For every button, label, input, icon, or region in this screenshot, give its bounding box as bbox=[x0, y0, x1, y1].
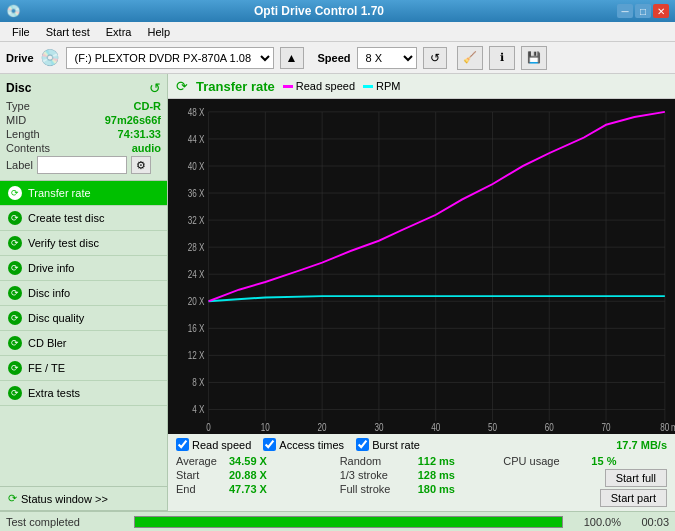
stats-col-1: Average 34.59 X Start 20.88 X End 47.73 … bbox=[176, 455, 340, 507]
status-window-icon: ⟳ bbox=[8, 492, 17, 505]
stat-start-label: Start bbox=[176, 469, 221, 481]
svg-text:48 X: 48 X bbox=[188, 107, 205, 118]
speed-refresh-button[interactable]: ↺ bbox=[423, 47, 447, 69]
title-controls: ─ □ ✕ bbox=[617, 4, 669, 18]
info-button[interactable]: ℹ bbox=[489, 46, 515, 70]
svg-text:28 X: 28 X bbox=[188, 242, 205, 253]
eject-button[interactable]: ▲ bbox=[280, 47, 304, 69]
stat-cpu-label: CPU usage bbox=[503, 455, 583, 467]
start-part-button[interactable]: Start part bbox=[600, 489, 667, 507]
sidebar-item-disc-info[interactable]: ⟳Disc info bbox=[0, 281, 167, 306]
access-times-checkbox[interactable] bbox=[263, 438, 276, 451]
chart-svg: 48 X 44 X 40 X 36 X 32 X 28 X 24 X 20 X … bbox=[168, 99, 675, 434]
title-bar-left: 💿 bbox=[6, 4, 21, 18]
erase-button[interactable]: 🧹 bbox=[457, 46, 483, 70]
disc-panel: Disc ↺ Type CD-R MID 97m26s66f Length 74… bbox=[0, 74, 167, 181]
minimize-button[interactable]: ─ bbox=[617, 4, 633, 18]
svg-text:80: 80 bbox=[660, 423, 669, 434]
svg-text:30: 30 bbox=[374, 423, 383, 434]
nav-icon-disc-info: ⟳ bbox=[8, 286, 22, 300]
read-speed-checkbox[interactable] bbox=[176, 438, 189, 451]
legend-read-speed-label: Read speed bbox=[296, 80, 355, 92]
save-button[interactable]: 💾 bbox=[521, 46, 547, 70]
disc-type-row: Type CD-R bbox=[6, 100, 161, 112]
svg-text:60: 60 bbox=[545, 423, 554, 434]
menu-item-start-test[interactable]: Start test bbox=[38, 24, 98, 40]
read-speed-checkbox-label: Read speed bbox=[192, 439, 251, 451]
stat-end-label: End bbox=[176, 483, 221, 495]
disc-contents-key: Contents bbox=[6, 142, 50, 154]
stat-cpu-val: 15 % bbox=[591, 455, 626, 467]
svg-text:44 X: 44 X bbox=[188, 134, 205, 145]
read-speed-checkbox-item: Read speed bbox=[176, 438, 251, 451]
svg-text:16 X: 16 X bbox=[188, 323, 205, 334]
stat-start-val: 20.88 X bbox=[229, 469, 284, 481]
progress-container bbox=[134, 516, 563, 528]
svg-text:min: min bbox=[671, 423, 675, 434]
legend-read-speed: Read speed bbox=[283, 80, 355, 92]
status-window-label: Status window >> bbox=[21, 493, 108, 505]
burst-rate-checkbox-label: Burst rate bbox=[372, 439, 420, 451]
sidebar-item-fe-te[interactable]: ⟳FE / TE bbox=[0, 356, 167, 381]
svg-text:20: 20 bbox=[318, 423, 327, 434]
sidebar-item-cd-bler[interactable]: ⟳CD Bler bbox=[0, 331, 167, 356]
disc-mid-key: MID bbox=[6, 114, 26, 126]
close-button[interactable]: ✕ bbox=[653, 4, 669, 18]
sidebar-item-verify-test-disc[interactable]: ⟳Verify test disc bbox=[0, 231, 167, 256]
legend-magenta-dot bbox=[283, 85, 293, 88]
stat-1-3-stroke: 1/3 stroke 128 ms bbox=[340, 469, 504, 481]
nav-label-cd-bler: CD Bler bbox=[28, 337, 67, 349]
disc-label-key: Label bbox=[6, 159, 33, 171]
stat-end: End 47.73 X bbox=[176, 483, 340, 495]
disc-mid-val: 97m26s66f bbox=[105, 114, 161, 126]
legend-rpm: RPM bbox=[363, 80, 400, 92]
legend-cyan-dot bbox=[363, 85, 373, 88]
stat-start: Start 20.88 X bbox=[176, 469, 340, 481]
speed-select[interactable]: 1 X2 X4 X8 X16 X24 X32 X40 X48 XMax bbox=[357, 47, 417, 69]
menu-item-help[interactable]: Help bbox=[139, 24, 178, 40]
drive-select[interactable]: (F:) PLEXTOR DVDR PX-870A 1.08 bbox=[66, 47, 274, 69]
disc-contents-val: audio bbox=[132, 142, 161, 154]
menu-item-file[interactable]: File bbox=[4, 24, 38, 40]
label-input[interactable] bbox=[37, 156, 127, 174]
svg-text:20 X: 20 X bbox=[188, 296, 205, 307]
disc-type-key: Type bbox=[6, 100, 30, 112]
stat-end-val: 47.73 X bbox=[229, 483, 284, 495]
start-full-button[interactable]: Start full bbox=[605, 469, 667, 487]
sidebar-item-create-test-disc[interactable]: ⟳Create test disc bbox=[0, 206, 167, 231]
nav-label-disc-quality: Disc quality bbox=[28, 312, 84, 324]
disc-title: Disc bbox=[6, 81, 31, 95]
status-window-button[interactable]: ⟳ Status window >> bbox=[0, 486, 167, 511]
stat-average: Average 34.59 X bbox=[176, 455, 340, 467]
stat-random: Random 112 ms bbox=[340, 455, 504, 467]
sidebar: Disc ↺ Type CD-R MID 97m26s66f Length 74… bbox=[0, 74, 168, 511]
nav-label-transfer-rate: Transfer rate bbox=[28, 187, 91, 199]
label-settings-button[interactable]: ⚙ bbox=[131, 156, 151, 174]
svg-text:10: 10 bbox=[261, 423, 270, 434]
stat-average-val: 34.59 X bbox=[229, 455, 284, 467]
chart-refresh-icon: ⟳ bbox=[176, 78, 188, 94]
disc-length-val: 74:31.33 bbox=[118, 128, 161, 140]
sidebar-item-extra-tests[interactable]: ⟳Extra tests bbox=[0, 381, 167, 406]
sidebar-item-transfer-rate[interactable]: ⟳Transfer rate bbox=[0, 181, 167, 206]
menu-bar: FileStart testExtraHelp bbox=[0, 22, 675, 42]
chart-header: ⟳ Transfer rate Read speed RPM bbox=[168, 74, 675, 99]
sidebar-item-drive-info[interactable]: ⟳Drive info bbox=[0, 256, 167, 281]
nav-icon-disc-quality: ⟳ bbox=[8, 311, 22, 325]
menu-item-extra[interactable]: Extra bbox=[98, 24, 140, 40]
disc-mid-row: MID 97m26s66f bbox=[6, 114, 161, 126]
disc-type-val: CD-R bbox=[134, 100, 162, 112]
app-title: Opti Drive Control 1.70 bbox=[21, 4, 617, 18]
stat-full-stroke-val: 180 ms bbox=[418, 483, 468, 495]
svg-text:36 X: 36 X bbox=[188, 188, 205, 199]
sidebar-item-disc-quality[interactable]: ⟳Disc quality bbox=[0, 306, 167, 331]
nav-icon-create-test-disc: ⟳ bbox=[8, 211, 22, 225]
nav-icon-cd-bler: ⟳ bbox=[8, 336, 22, 350]
nav-icon-extra-tests: ⟳ bbox=[8, 386, 22, 400]
stat-average-label: Average bbox=[176, 455, 221, 467]
legend-rpm-label: RPM bbox=[376, 80, 400, 92]
disc-length-key: Length bbox=[6, 128, 40, 140]
maximize-button[interactable]: □ bbox=[635, 4, 651, 18]
disc-refresh-icon[interactable]: ↺ bbox=[149, 80, 161, 96]
burst-rate-checkbox[interactable] bbox=[356, 438, 369, 451]
